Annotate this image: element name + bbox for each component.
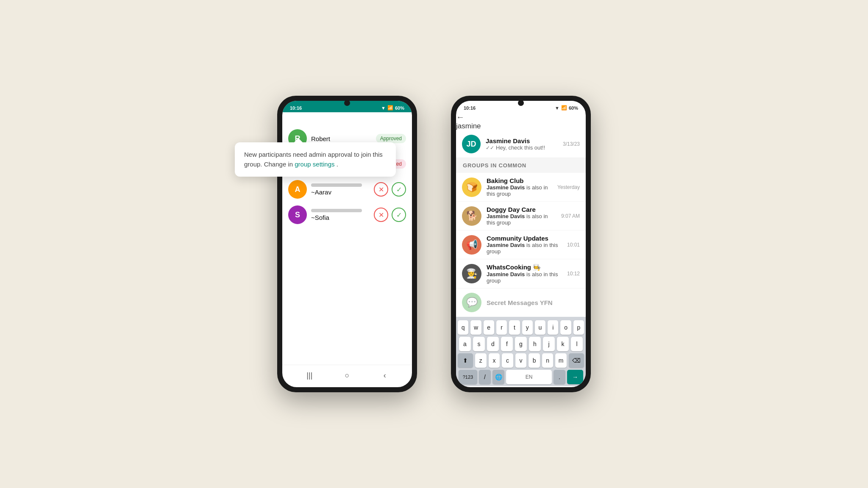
key-z[interactable]: z — [475, 353, 487, 368]
key-dot[interactable]: . — [554, 370, 565, 384]
key-h[interactable]: h — [529, 337, 541, 351]
key-s[interactable]: s — [473, 337, 485, 351]
group-item-partial: 💬 Secret Messages YFN — [456, 288, 586, 317]
key-c[interactable]: c — [502, 353, 513, 368]
battery-1: 60% — [395, 105, 404, 111]
key-backspace[interactable]: ⌫ — [569, 353, 584, 368]
contact-date: 3/13/23 — [563, 141, 580, 147]
key-j[interactable]: j — [543, 337, 555, 351]
list-item: A ~Aarav ✕ ✓ — [282, 177, 412, 202]
group-avatar-cooking: 👨‍🍳 — [462, 264, 481, 283]
phone-1: 10:16 ▼ 📶 60% ← Pending participants ⋮ R — [277, 96, 417, 392]
key-y[interactable]: y — [522, 320, 533, 335]
group-item-doggy[interactable]: 🐕 Doggy Day Care Jasmine Davis is also i… — [456, 202, 586, 230]
phone-nav-2: ||| ○ ‹ — [456, 386, 586, 387]
key-u[interactable]: u — [535, 320, 545, 335]
group-item-community[interactable]: 📢 Community Updates Jasmine Davis is als… — [456, 230, 586, 259]
contact-name: Jasmine Davis — [486, 137, 558, 144]
key-g[interactable]: g — [515, 337, 527, 351]
back-button-2[interactable]: ← — [456, 112, 465, 122]
nav-home-1[interactable]: ○ — [341, 369, 353, 381]
keyboard-row-3: ⬆ z x c v b n m ⌫ — [458, 353, 584, 368]
key-m[interactable]: m — [555, 353, 567, 368]
keyboard-row-4: ?123 / 🌐 EN . → — [458, 370, 584, 384]
key-t[interactable]: t — [509, 320, 520, 335]
contact-sub: ✓✓ Hey, check this out!! — [486, 144, 558, 151]
time-1: 10:16 — [290, 105, 302, 111]
key-v[interactable]: v — [515, 353, 527, 368]
group-item-cooking[interactable]: 👨‍🍳 WhatsCooking 🧑‍🍳 Jasmine Davis is al… — [456, 259, 586, 288]
group-time-cooking: 10:12 — [567, 271, 580, 277]
contact-avatar: JD — [462, 135, 481, 153]
keyboard-row-2: a s d f g h j k l — [458, 337, 584, 351]
nav-back-1[interactable]: ‹ — [379, 369, 391, 381]
key-slash[interactable]: / — [479, 370, 491, 384]
participant-name: ~Sofia — [311, 214, 370, 221]
key-q[interactable]: q — [458, 320, 468, 335]
group-member-doggy: Jasmine Davis — [487, 213, 525, 219]
status-icons-1: ▼ 📶 60% — [381, 105, 404, 111]
key-shift[interactable]: ⬆ — [458, 353, 473, 368]
key-a[interactable]: a — [459, 337, 471, 351]
approve-button[interactable]: ✓ — [392, 182, 406, 197]
group-info-cooking: WhatsCooking 🧑‍🍳 Jasmine Davis is also i… — [487, 263, 562, 284]
blurred-name — [311, 209, 362, 212]
group-sub-doggy: Jasmine Davis is also in this group — [487, 213, 556, 226]
signal-icon-1: ▼ — [381, 105, 386, 111]
group-avatar-community: 📢 — [462, 235, 481, 255]
contact-result[interactable]: JD Jasmine Davis ✓✓ Hey, check this out!… — [456, 130, 586, 158]
key-f[interactable]: f — [501, 337, 513, 351]
group-item-baking[interactable]: 🍞 Baking Club Jasmine Davis is also in t… — [456, 173, 586, 202]
key-p[interactable]: p — [573, 320, 584, 335]
key-r[interactable]: r — [496, 320, 507, 335]
notch-1 — [344, 100, 350, 106]
contact-message: Hey, check this out!! — [496, 144, 545, 151]
key-l[interactable]: l — [571, 337, 583, 351]
tooltip-text3: . — [337, 161, 338, 168]
key-n[interactable]: n — [542, 353, 554, 368]
wifi-icon-1: 📶 — [387, 105, 393, 111]
nav-menu-1[interactable]: ||| — [303, 369, 315, 381]
key-123[interactable]: ?123 — [459, 370, 477, 384]
search-input[interactable]: jasmine — [456, 122, 586, 130]
key-o[interactable]: o — [560, 320, 571, 335]
search-header: ← jasmine — [456, 112, 586, 130]
notch-2 — [518, 100, 524, 106]
key-b[interactable]: b — [529, 353, 540, 368]
participant-info: ~Sofia — [311, 209, 370, 221]
key-k[interactable]: k — [557, 337, 569, 351]
group-name-cooking: WhatsCooking 🧑‍🍳 — [487, 263, 562, 271]
participant-name: Robert — [311, 135, 372, 142]
group-member-cooking: Jasmine Davis — [487, 271, 525, 277]
key-space[interactable]: EN — [506, 370, 552, 384]
reject-button[interactable]: ✕ — [374, 182, 388, 197]
group-sub-baking: Jasmine Davis is also in this group — [487, 184, 552, 197]
group-time-doggy: 9:07 AM — [561, 213, 580, 219]
key-i[interactable]: i — [548, 320, 558, 335]
group-sub-cooking: Jasmine Davis is also in this group — [487, 271, 562, 284]
wifi-icon-2: 📶 — [561, 105, 567, 111]
avatar: S — [288, 205, 307, 224]
back-button-1[interactable]: ← — [282, 113, 291, 122]
key-globe[interactable]: 🌐 — [492, 370, 504, 384]
key-d[interactable]: d — [487, 337, 499, 351]
key-w[interactable]: w — [470, 320, 481, 335]
action-buttons: ✕ ✓ — [374, 208, 406, 222]
group-name-baking: Baking Club — [487, 177, 552, 184]
key-send[interactable]: → — [567, 370, 583, 384]
approve-button[interactable]: ✓ — [392, 208, 406, 222]
more-button-1[interactable]: ⋮ — [364, 113, 372, 122]
tooltip-text1: New participants need admin approval to … — [244, 151, 371, 158]
tooltip-link[interactable]: group settings — [295, 161, 334, 168]
key-e[interactable]: e — [484, 320, 494, 335]
keyboard: q w e r t y u i o p a s d f g — [456, 317, 586, 386]
phone-nav-1: ||| ○ ‹ — [282, 365, 412, 387]
key-x[interactable]: x — [489, 353, 500, 368]
page-title-1: Pending participants — [292, 114, 362, 122]
battery-2: 60% — [569, 105, 578, 111]
reject-button[interactable]: ✕ — [374, 208, 388, 222]
group-avatar-baking: 🍞 — [462, 177, 481, 197]
tooltip-box: New participants need admin approval to … — [235, 142, 396, 177]
group-time-baking: Yesterday — [557, 184, 580, 190]
group-member-community: Jasmine Davis — [487, 242, 525, 248]
